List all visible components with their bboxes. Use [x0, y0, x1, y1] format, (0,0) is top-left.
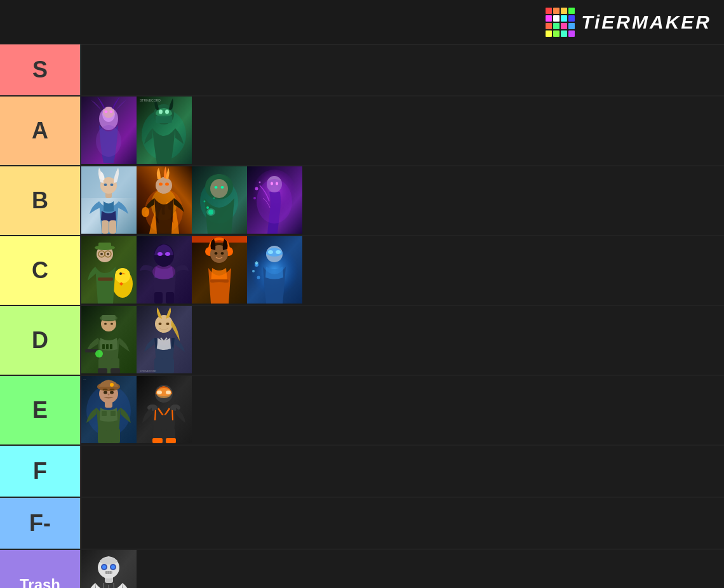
svg-point-43: [257, 179, 292, 224]
char-c3[interactable]: [192, 236, 247, 304]
char-trash1[interactable]: [81, 550, 137, 588]
svg-rect-87: [106, 344, 109, 349]
svg-rect-117: [98, 429, 107, 443]
char-a2[interactable]: STRIVECORD: [137, 97, 192, 164]
svg-point-75: [221, 252, 224, 255]
svg-point-101: [155, 315, 173, 333]
char-c2[interactable]: [137, 236, 192, 304]
svg-point-81: [276, 250, 281, 254]
char-b3[interactable]: [192, 166, 247, 234]
svg-text:~~: ~~: [83, 378, 86, 381]
svg-point-27: [165, 183, 169, 186]
char-c4[interactable]: [247, 236, 302, 304]
svg-rect-12: [156, 116, 172, 123]
svg-rect-98: [98, 368, 107, 373]
svg-point-21: [111, 184, 114, 186]
svg-point-90: [95, 350, 103, 357]
tier-list: S A: [0, 44, 724, 588]
char-d1[interactable]: [81, 306, 137, 373]
char-d2[interactable]: STRIVECORD: [137, 306, 192, 373]
tier-content-f[interactable]: [80, 446, 724, 497]
svg-point-45: [276, 182, 278, 185]
svg-point-10: [159, 110, 163, 114]
svg-rect-109: [102, 411, 107, 416]
svg-point-6: [110, 110, 113, 113]
svg-point-103: [166, 323, 170, 325]
tier-label-e: E: [0, 376, 80, 444]
svg-text:STRIVECORD: STRIVECORD: [140, 370, 156, 373]
svg-point-47: [259, 182, 261, 184]
svg-rect-118: [111, 429, 120, 443]
svg-point-94: [104, 323, 107, 325]
tier-content-s[interactable]: [80, 44, 724, 95]
svg-point-51: [115, 268, 130, 283]
svg-rect-129: [152, 438, 163, 443]
tier-label-b: B: [0, 166, 80, 235]
tier-row-trash: Trash: [0, 550, 724, 588]
char-c1[interactable]: [81, 236, 137, 304]
svg-rect-53: [98, 277, 113, 281]
tier-label-trash: Trash: [0, 550, 80, 588]
svg-point-125: [157, 391, 162, 394]
tier-row-e: E: [0, 376, 724, 446]
svg-point-48: [253, 197, 256, 199]
svg-point-74: [215, 252, 218, 255]
svg-point-138: [100, 558, 117, 565]
svg-rect-68: [166, 292, 174, 304]
char-e2[interactable]: [137, 376, 192, 443]
svg-rect-99: [111, 368, 120, 373]
svg-point-36: [208, 210, 213, 215]
svg-rect-105: [166, 358, 174, 373]
svg-point-32: [210, 179, 228, 198]
svg-point-114: [110, 383, 114, 387]
svg-point-84: [257, 276, 260, 279]
svg-point-38: [204, 201, 206, 203]
svg-point-61: [107, 253, 109, 255]
tier-content-c[interactable]: [80, 236, 724, 305]
svg-point-28: [142, 207, 149, 217]
char-e1[interactable]: ~~: [81, 376, 137, 443]
svg-point-37: [206, 206, 209, 209]
svg-rect-130: [166, 438, 176, 443]
svg-rect-67: [154, 292, 163, 304]
svg-rect-17: [109, 220, 116, 234]
svg-point-102: [159, 323, 162, 325]
header: TiERMAKER: [0, 0, 724, 44]
svg-point-4: [96, 125, 121, 157]
svg-rect-93: [102, 315, 116, 320]
svg-point-44: [271, 182, 273, 185]
logo-container: TiERMAKER: [546, 8, 711, 37]
svg-point-95: [111, 323, 113, 325]
tier-content-trash[interactable]: [80, 550, 724, 588]
svg-point-20: [104, 184, 107, 186]
svg-point-52: [119, 272, 122, 275]
tier-row-a: A: [0, 97, 724, 166]
tier-content-a[interactable]: STRIVECORD: [80, 97, 724, 165]
tier-label-d: D: [0, 306, 80, 375]
char-b1[interactable]: [81, 166, 137, 234]
tier-content-fminus[interactable]: [80, 498, 724, 549]
tier-label-c: C: [0, 236, 80, 305]
char-b4[interactable]: [247, 166, 302, 234]
svg-rect-86: [102, 344, 105, 349]
tier-row-c: C: [0, 236, 724, 306]
svg-point-33: [215, 186, 218, 189]
svg-point-115: [104, 391, 107, 394]
svg-point-34: [221, 186, 224, 189]
svg-rect-88: [110, 344, 112, 349]
logo-grid: [546, 8, 575, 37]
tier-label-f: F: [0, 446, 80, 497]
tier-content-d[interactable]: STRIVECORD: [80, 306, 724, 375]
char-b2[interactable]: [137, 166, 192, 234]
svg-rect-56: [98, 243, 111, 249]
char-a1[interactable]: [81, 97, 137, 164]
svg-point-116: [110, 391, 114, 394]
tier-content-b[interactable]: [80, 166, 724, 235]
svg-rect-76: [210, 279, 229, 283]
svg-rect-110: [111, 411, 116, 416]
svg-point-65: [158, 252, 163, 256]
tier-row-d: D: [0, 306, 724, 376]
svg-point-80: [268, 250, 273, 254]
tier-content-e[interactable]: ~~: [80, 376, 724, 444]
svg-point-26: [159, 183, 163, 186]
